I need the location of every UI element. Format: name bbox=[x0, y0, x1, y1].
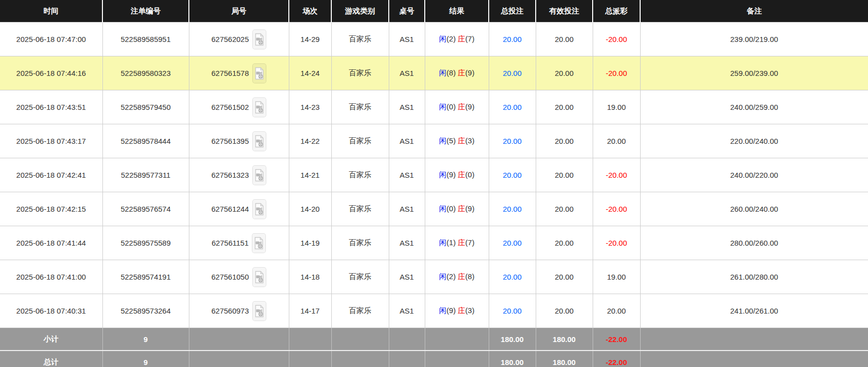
player-result-label: 闲 bbox=[439, 68, 447, 77]
summary-count: 9 bbox=[102, 328, 189, 351]
table-row[interactable]: 2025-06-18 07:47:00522589585951627562025… bbox=[0, 22, 868, 56]
banker-result-label: 庄 bbox=[458, 102, 465, 111]
banker-result-score: (0) bbox=[465, 170, 474, 179]
column-header-betno: 注单编号 bbox=[102, 0, 189, 22]
summary-empty-cell-result bbox=[425, 328, 489, 351]
summary-row-subtotal: 小计9180.00180.00-22.00 bbox=[0, 328, 868, 351]
video-replay-button[interactable] bbox=[252, 29, 266, 49]
round-number-group: 627561050 bbox=[211, 267, 266, 287]
column-header-payout: 总派彩 bbox=[593, 0, 640, 22]
table-row[interactable]: 2025-06-18 07:43:17522589578444627561395… bbox=[0, 124, 868, 158]
cell-result: 闲(9) 庄(3) bbox=[425, 294, 489, 328]
table-row[interactable]: 2025-06-18 07:40:31522589573264627560973… bbox=[0, 294, 868, 328]
video-replay-button[interactable] bbox=[252, 233, 266, 253]
cell-time: 2025-06-18 07:43:51 bbox=[0, 90, 102, 124]
cell-valid-bet: 20.00 bbox=[536, 192, 593, 226]
cell-time: 2025-06-18 07:41:44 bbox=[0, 226, 102, 260]
video-file-icon bbox=[254, 237, 263, 250]
summary-empty-cell-round-number bbox=[189, 351, 289, 367]
video-replay-button[interactable] bbox=[252, 97, 266, 117]
cell-payout: -20.00 bbox=[593, 22, 640, 56]
player-result-score: (9) bbox=[447, 306, 456, 315]
cell-game-type: 百家乐 bbox=[331, 56, 389, 90]
table-row[interactable]: 2025-06-18 07:42:41522589577311627561323… bbox=[0, 158, 868, 192]
cell-time: 2025-06-18 07:47:00 bbox=[0, 22, 102, 56]
cell-table-number: AS1 bbox=[389, 158, 425, 192]
table-row[interactable]: 2025-06-18 07:44:16522589580323627561578… bbox=[0, 56, 868, 90]
cell-remark: 220.00/240.00 bbox=[640, 124, 868, 158]
player-result-score: (0) bbox=[447, 204, 456, 213]
cell-game-type: 百家乐 bbox=[331, 90, 389, 124]
banker-result-label: 庄 bbox=[458, 306, 465, 315]
total-bet-link[interactable]: 20.00 bbox=[503, 307, 522, 315]
table-row[interactable]: 2025-06-18 07:41:00522589574191627561050… bbox=[0, 260, 868, 294]
total-bet-link[interactable]: 20.00 bbox=[503, 69, 522, 77]
cell-result: 闲(0) 庄(9) bbox=[425, 192, 489, 226]
cell-table-number: AS1 bbox=[389, 22, 425, 56]
summary-empty-cell-table-number bbox=[389, 328, 425, 351]
cell-bet-number: 522589585951 bbox=[102, 22, 189, 56]
video-replay-button[interactable] bbox=[252, 199, 266, 219]
cell-total-bet: 20.00 bbox=[489, 90, 536, 124]
total-bet-link[interactable]: 20.00 bbox=[503, 239, 522, 247]
summary-total-bet: 180.00 bbox=[489, 351, 536, 367]
cell-total-bet: 20.00 bbox=[489, 22, 536, 56]
cell-valid-bet: 20.00 bbox=[536, 260, 593, 294]
header-row: 时间注单编号局号场次游戏类别桌号结果总投注有效投注总派彩备注 bbox=[0, 0, 868, 22]
player-result-label: 闲 bbox=[439, 306, 447, 315]
table-row[interactable]: 2025-06-18 07:41:44522589575589627561151… bbox=[0, 226, 868, 260]
cell-time: 2025-06-18 07:43:17 bbox=[0, 124, 102, 158]
cell-result: 闲(9) 庄(0) bbox=[425, 158, 489, 192]
summary-payout: -22.00 bbox=[593, 328, 640, 351]
summary-empty-cell-round-number bbox=[189, 328, 289, 351]
cell-session: 14-19 bbox=[289, 226, 331, 260]
cell-remark: 259.00/239.00 bbox=[640, 56, 868, 90]
cell-game-type: 百家乐 bbox=[331, 22, 389, 56]
cell-table-number: AS1 bbox=[389, 124, 425, 158]
banker-result-label: 庄 bbox=[458, 68, 465, 77]
cell-total-bet: 20.00 bbox=[489, 158, 536, 192]
total-bet-link[interactable]: 20.00 bbox=[503, 35, 522, 43]
summary-label: 总计 bbox=[0, 351, 102, 367]
total-bet-link[interactable]: 20.00 bbox=[503, 205, 522, 213]
round-number-text: 627560973 bbox=[211, 307, 249, 315]
cell-time: 2025-06-18 07:42:15 bbox=[0, 192, 102, 226]
video-replay-button[interactable] bbox=[252, 63, 266, 83]
summary-payout: -22.00 bbox=[593, 351, 640, 367]
summary-valid-bet: 180.00 bbox=[536, 328, 593, 351]
banker-result-score: (7) bbox=[465, 238, 474, 247]
round-number-group: 627561578 bbox=[211, 63, 266, 83]
summary-count: 9 bbox=[102, 351, 189, 367]
round-number-group: 627560973 bbox=[211, 301, 266, 321]
video-replay-button[interactable] bbox=[252, 165, 266, 185]
round-number-text: 627561502 bbox=[211, 103, 249, 111]
cell-remark: 280.00/260.00 bbox=[640, 226, 868, 260]
video-replay-button[interactable] bbox=[252, 267, 266, 287]
cell-payout: -20.00 bbox=[593, 56, 640, 90]
round-number-group: 627561244 bbox=[211, 199, 266, 219]
cell-payout: 19.00 bbox=[593, 90, 640, 124]
total-bet-link[interactable]: 20.00 bbox=[503, 273, 522, 281]
video-file-icon bbox=[255, 67, 264, 80]
cell-round-number: 627561578 bbox=[189, 56, 289, 90]
player-result-score: (2) bbox=[447, 34, 456, 43]
banker-result-label: 庄 bbox=[458, 136, 465, 145]
table-row[interactable]: 2025-06-18 07:43:51522589579450627561502… bbox=[0, 90, 868, 124]
video-replay-button[interactable] bbox=[252, 301, 266, 321]
total-bet-link[interactable]: 20.00 bbox=[503, 103, 522, 111]
round-number-text: 627561151 bbox=[212, 239, 249, 247]
cell-round-number: 627562025 bbox=[189, 22, 289, 56]
round-number-group: 627561395 bbox=[211, 131, 266, 151]
table-header: 时间注单编号局号场次游戏类别桌号结果总投注有效投注总派彩备注 bbox=[0, 0, 868, 22]
total-bet-link[interactable]: 20.00 bbox=[503, 171, 522, 179]
total-bet-link[interactable]: 20.00 bbox=[503, 137, 522, 145]
summary-empty-cell-session bbox=[289, 328, 331, 351]
cell-time: 2025-06-18 07:44:16 bbox=[0, 56, 102, 90]
cell-bet-number: 522589573264 bbox=[102, 294, 189, 328]
cell-remark: 240.00/220.00 bbox=[640, 158, 868, 192]
video-file-icon bbox=[255, 33, 264, 46]
video-replay-button[interactable] bbox=[252, 131, 266, 151]
banker-result-score: (9) bbox=[465, 204, 474, 213]
table-row[interactable]: 2025-06-18 07:42:15522589576574627561244… bbox=[0, 192, 868, 226]
cell-table-number: AS1 bbox=[389, 294, 425, 328]
